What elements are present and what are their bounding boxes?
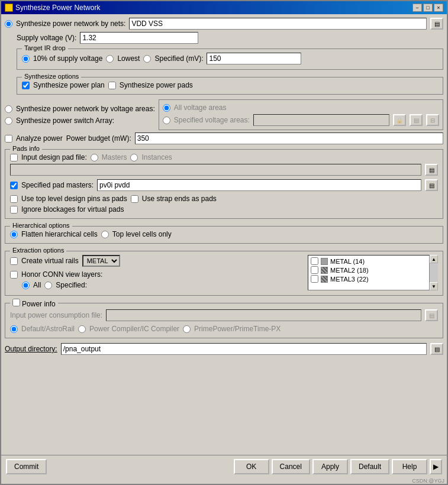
layers-section: METAL (14) METAL2 (18) METAL3 (22) [308, 255, 438, 290]
strap-ends-checkbox[interactable] [131, 195, 138, 203]
metal-select[interactable]: METAL [82, 255, 120, 267]
output-dir-input[interactable] [61, 343, 427, 355]
input-power-browse-btn[interactable]: ▤ [425, 309, 438, 321]
power-budget-input[interactable] [135, 132, 443, 144]
close-button[interactable]: × [434, 4, 443, 12]
supply-voltage-row: Supply voltage (V): [17, 32, 443, 44]
voltage-browse-btn3[interactable]: ⊟ [426, 114, 439, 126]
ok-button[interactable]: OK [234, 459, 269, 474]
layer-color-1 [321, 267, 328, 274]
voltage-browse-btn1[interactable]: 🔒 [393, 114, 406, 126]
by-nets-label: Synthesize power network by nets: [16, 20, 125, 28]
supply-voltage-label: Supply voltage (V): [17, 34, 76, 42]
ir-10pct-radio[interactable] [22, 55, 30, 63]
layer-name-0: METAL (14) [330, 258, 365, 265]
ir-lowest-radio[interactable] [106, 55, 114, 63]
synth-pads-checkbox[interactable] [108, 82, 116, 89]
input-power-input[interactable] [106, 309, 421, 321]
power-info-checkbox[interactable] [12, 299, 20, 306]
extraction-inner: Create virtual rails METAL Honor CONN vi… [10, 255, 438, 290]
scroll-down-btn[interactable]: ▼ [430, 282, 438, 290]
by-nets-radio[interactable] [5, 20, 12, 28]
extraction-options-group: Extraction options Create virtual rails … [5, 251, 443, 296]
top-level-only-radio[interactable] [101, 231, 109, 238]
list-item: METAL (14) [310, 257, 428, 266]
all-voltage-radio[interactable] [163, 104, 170, 112]
all-voltage-label: All voltage areas [174, 104, 227, 112]
synth-plan-label: Synthesize power plan [33, 81, 105, 89]
scroll-track [430, 263, 438, 282]
pad-file-browse-btn[interactable]: ▤ [425, 164, 438, 176]
help-button[interactable]: Help [392, 459, 427, 474]
layer-checkbox-2[interactable] [311, 275, 318, 283]
cancel-button[interactable]: Cancel [272, 459, 310, 474]
create-virtual-rails-checkbox[interactable] [10, 257, 18, 265]
ignore-blockages-checkbox[interactable] [10, 206, 18, 214]
instances-radio[interactable] [130, 154, 138, 161]
layer-color-0 [321, 258, 328, 265]
default-astrorail-radio[interactable] [10, 325, 18, 333]
instances-label: Instances [141, 153, 172, 161]
pad-file-input[interactable] [10, 164, 421, 176]
analyze-power-checkbox[interactable] [5, 135, 12, 143]
maximize-button[interactable]: □ [423, 4, 433, 12]
layer-checkbox-1[interactable] [311, 266, 318, 274]
ir-specified-radio[interactable] [143, 55, 151, 63]
power-switch-radio[interactable] [5, 117, 12, 125]
layer-color-2 [321, 276, 328, 283]
top-pins-checkbox[interactable] [10, 195, 18, 203]
power-format-row: Default/AstroRail Power Compiler/IC Comp… [10, 325, 438, 333]
scroll-up-btn[interactable]: ▲ [430, 255, 438, 263]
by-voltage-radio[interactable] [5, 105, 12, 113]
conn-specified-label: Specified: [56, 281, 87, 289]
specified-pad-browse-btn[interactable]: ▤ [425, 179, 438, 191]
output-dir-browse-btn[interactable]: ▤ [430, 343, 443, 355]
pad-file-input-row: ▤ [10, 164, 438, 176]
layer-name-2: METAL3 (22) [330, 276, 369, 283]
power-info-group: Power info Input power consumption file:… [5, 303, 443, 338]
apply-button[interactable]: Apply [312, 459, 348, 474]
specified-pad-input[interactable] [97, 179, 421, 191]
nets-input[interactable] [129, 18, 427, 30]
window-title: Synthesize Power Network [15, 4, 100, 12]
create-virtual-rails-label: Create virtual rails [21, 257, 79, 265]
voltage-areas-row: Synthesize power network by voltage area… [5, 105, 155, 113]
primetime-label: PrimePower/PrimeTime-PX [194, 325, 281, 333]
ir-lowest-label: Lowest [117, 54, 140, 63]
commit-button[interactable]: Commit [6, 459, 47, 474]
all-specified-row: All Specified: [22, 281, 303, 289]
hierarchical-options-group: Hierarchical options Flatten hierarchica… [5, 226, 443, 244]
voltage-browse-btn2[interactable]: ▤ [410, 114, 423, 126]
ir-specified-input[interactable] [207, 53, 301, 64]
conn-all-radio[interactable] [22, 282, 30, 289]
masters-radio[interactable] [91, 154, 98, 161]
specified-pad-checkbox[interactable] [10, 182, 18, 189]
ir-specified-label: Specified (mV): [154, 54, 203, 63]
power-budget-label: Power budget (mW): [66, 134, 131, 143]
primetime-radio[interactable] [183, 325, 191, 333]
minimize-button[interactable]: − [412, 4, 422, 12]
list-item: METAL3 (22) [310, 274, 428, 283]
more-button[interactable]: ▶ [430, 459, 442, 474]
specified-pad-row: Specified pad masters: ▤ [10, 179, 438, 191]
input-design-pad-checkbox[interactable] [10, 154, 18, 161]
output-dir-label: Output directory: [5, 345, 57, 353]
input-power-label: Input power consumption file: [10, 311, 102, 319]
power-compiler-radio[interactable] [78, 325, 86, 333]
conn-specified-radio[interactable] [44, 282, 52, 289]
top-level-only-label: Top level cells only [112, 230, 172, 238]
honor-conn-checkbox[interactable] [10, 271, 18, 279]
specified-voltage-input[interactable] [253, 114, 389, 126]
nets-browse-button[interactable]: ▤ [430, 18, 443, 30]
layer-checkbox-0[interactable] [311, 257, 318, 265]
default-button[interactable]: Default [350, 459, 389, 474]
target-ir-drop-group: Target IR drop 10% of supply voltage Low… [17, 48, 443, 70]
synthesize-options-row: Synthesize power plan Synthesize power p… [22, 81, 438, 89]
flatten-radio[interactable] [10, 231, 18, 238]
synth-plan-checkbox[interactable] [22, 82, 30, 89]
specified-voltage-radio[interactable] [163, 117, 170, 124]
pad-options-row2: Ignore blockages for virtual pads [10, 205, 438, 214]
honor-conn-row: Honor CONN view layers: [10, 270, 303, 279]
supply-voltage-input[interactable] [80, 32, 198, 44]
hierarchical-options-title: Hierarchical options [10, 222, 72, 229]
